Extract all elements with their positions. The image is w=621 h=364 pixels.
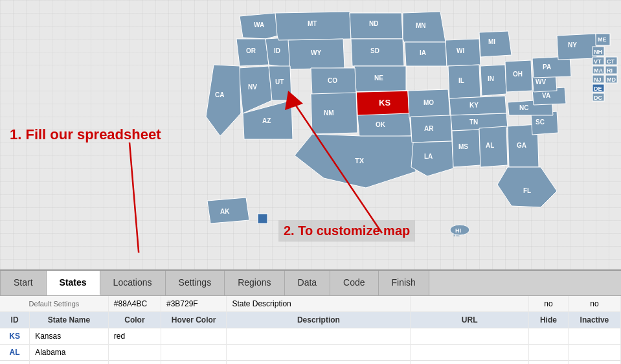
svg-text:FL: FL (523, 187, 531, 194)
svg-text:VA: VA (542, 92, 550, 99)
cell-hover-fl (161, 361, 226, 365)
states-table: Default Settings #88A4BC #3B729F State D… (0, 296, 621, 364)
svg-text:SC: SC (536, 119, 545, 126)
cell-hover-al (161, 345, 226, 361)
cell-inactive-ks (568, 328, 620, 345)
arrow-1 (91, 142, 168, 253)
cell-hide-fl (528, 361, 568, 365)
default-label: Default Settings (0, 296, 108, 312)
svg-text:NC: NC (519, 104, 528, 111)
default-inactive: no (568, 296, 620, 312)
svg-text:IA: IA (420, 49, 426, 56)
svg-text:TN: TN (469, 119, 478, 126)
svg-text:UT: UT (275, 78, 284, 85)
tab-locations[interactable]: Locations (100, 271, 166, 295)
header-inactive: Inactive (568, 312, 620, 328)
cell-url-ks (411, 328, 529, 345)
svg-text:DC: DC (594, 95, 602, 101)
main-container: WA OR ID MT WY ND SD MN IA (0, 0, 621, 364)
map-area: WA OR ID MT WY ND SD MN IA (0, 0, 621, 253)
svg-text:NH: NH (594, 49, 602, 55)
svg-text:MI: MI (488, 38, 495, 45)
instruction-1: 1. Fill our spreadsheet (10, 126, 161, 143)
svg-text:MN: MN (416, 22, 426, 29)
tab-finish[interactable]: Finish (379, 271, 429, 295)
tab-start[interactable]: Start (0, 271, 47, 295)
svg-text:NJ: NJ (594, 76, 602, 83)
svg-text:AK: AK (220, 208, 230, 215)
cell-desc-fl (227, 361, 411, 365)
svg-text:NY: NY (568, 41, 577, 49)
svg-text:IL: IL (458, 77, 464, 84)
cell-hide-ks (528, 328, 568, 345)
table-header-row: ID State Name Color Hover Color Descript… (0, 312, 621, 328)
cell-id-fl[interactable]: FL (0, 361, 30, 365)
tab-settings[interactable]: Settings (166, 271, 225, 295)
header-id: ID (0, 312, 30, 328)
header-hide: Hide (528, 312, 568, 328)
svg-text:MD: MD (607, 76, 616, 83)
svg-text:MA: MA (594, 67, 603, 74)
cell-name-fl: Florida (30, 361, 109, 365)
svg-text:OH: OH (513, 71, 523, 78)
header-state-name: State Name (30, 312, 109, 328)
table-row: AL Alabama (0, 345, 621, 361)
cell-url-al (411, 345, 529, 361)
cell-desc-ks (227, 328, 411, 345)
header-url: URL (411, 312, 529, 328)
cell-id-ks[interactable]: KS (0, 328, 30, 345)
svg-text:CA: CA (215, 91, 224, 98)
cell-id-al[interactable]: AL (0, 345, 30, 361)
tabs-container: Start States Locations Settings Regions … (0, 269, 621, 296)
table-container: Default Settings #88A4BC #3B729F State D… (0, 296, 621, 364)
tab-states[interactable]: States (47, 271, 100, 295)
header-color: Color (108, 312, 161, 328)
svg-text:WY: WY (311, 49, 321, 56)
svg-text:DE: DE (594, 85, 602, 92)
svg-marker-28 (206, 65, 241, 136)
cell-name-al: Alabama (30, 345, 109, 361)
header-hover-color: Hover Color (161, 312, 226, 328)
svg-text:NV: NV (248, 84, 257, 91)
cell-desc-al (227, 345, 411, 361)
svg-marker-107 (285, 91, 303, 110)
svg-text:OR: OR (246, 47, 256, 54)
cell-color-ks: red (108, 328, 161, 345)
cell-url-fl (411, 361, 529, 365)
tab-code[interactable]: Code (330, 271, 378, 295)
default-color: #88A4BC (108, 296, 161, 312)
default-hover-color: #3B729F (161, 296, 226, 312)
cell-inactive-al (568, 345, 620, 361)
svg-text:WV: WV (536, 78, 546, 85)
table-row: FL Florida (0, 361, 621, 365)
default-hide: no (528, 296, 568, 312)
us-map[interactable]: WA OR ID MT WY ND SD MN IA (181, 6, 621, 240)
default-settings-row: Default Settings #88A4BC #3B729F State D… (0, 296, 621, 312)
svg-text:ND: ND (369, 20, 378, 27)
svg-text:CO: CO (328, 77, 337, 84)
svg-marker-76 (557, 34, 597, 60)
cell-color-al (108, 345, 161, 361)
svg-text:WA: WA (254, 21, 264, 28)
svg-text:MS: MS (458, 143, 468, 150)
default-description: State Description (227, 296, 411, 312)
cell-name-ks: Kansas (30, 328, 109, 345)
tab-data[interactable]: Data (285, 271, 331, 295)
tab-regions[interactable]: Regions (225, 271, 284, 295)
svg-text:PA: PA (543, 63, 551, 71)
default-url (411, 296, 529, 312)
svg-text:KY: KY (469, 102, 479, 109)
svg-text:NE: NE (374, 74, 383, 82)
table-row: KS Kansas red (0, 328, 621, 345)
cell-hide-al (528, 345, 568, 361)
svg-text:MO: MO (423, 99, 434, 106)
svg-marker-42 (448, 65, 480, 98)
svg-text:IN: IN (488, 75, 494, 82)
svg-line-104 (130, 142, 142, 253)
cell-inactive-fl (568, 361, 620, 365)
cell-color-fl (108, 361, 161, 365)
svg-text:WI: WI (457, 47, 464, 54)
svg-text:LA: LA (424, 153, 433, 160)
svg-text:SD: SD (370, 47, 379, 54)
header-description: Description (227, 312, 411, 328)
